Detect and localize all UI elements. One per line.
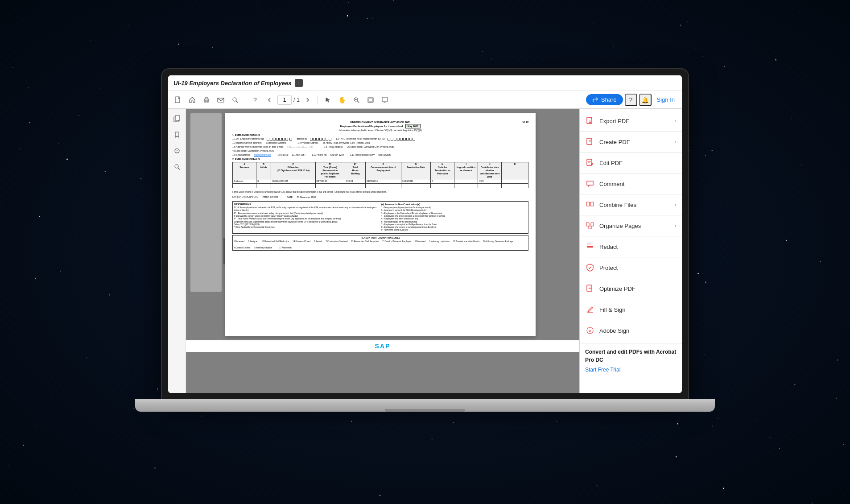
export-pdf-icon bbox=[585, 116, 595, 126]
next-page-button[interactable] bbox=[301, 94, 314, 106]
address-value-row: 46 Long Road, Garsfontein, Pretoria, 004… bbox=[232, 149, 528, 153]
sidebar-annotation-icon[interactable] bbox=[171, 145, 183, 157]
help-prev-button[interactable]: ? bbox=[249, 94, 261, 106]
employer-section-title: 1. EMPLOYER DETAILS bbox=[232, 134, 528, 137]
notifications-button[interactable]: 🔔 bbox=[639, 94, 652, 106]
sig-date-row: EMPLOYER SIGNATURE Mike Dyson DATE 20 No… bbox=[232, 195, 528, 199]
page-navigation: / 1 bbox=[263, 94, 314, 106]
panel-item-fill-sign[interactable]: Fill & Sign bbox=[580, 301, 682, 318]
toolbar-sep-2 bbox=[318, 95, 318, 104]
share-label: Share bbox=[601, 96, 617, 103]
trading-physical-row: 1.3 Trading name of business Cyberdyne S… bbox=[232, 141, 528, 145]
svg-point-20 bbox=[175, 165, 178, 168]
svg-point-4 bbox=[233, 98, 236, 101]
pdf-info-text: Information to be supplied in terms of S… bbox=[232, 129, 528, 132]
laptop-container: UI-19 Employers Declaration of Employees… bbox=[157, 69, 693, 435]
svg-rect-2 bbox=[205, 100, 208, 102]
page-number-input[interactable] bbox=[277, 95, 292, 105]
panel-item-export-pdf[interactable]: Export PDF › bbox=[580, 112, 682, 129]
svg-rect-24 bbox=[587, 138, 592, 145]
redact-icon bbox=[585, 242, 595, 252]
sap-logo-area: SAP bbox=[186, 340, 579, 352]
panel-item-redact[interactable]: Redact bbox=[580, 238, 682, 255]
help-button[interactable]: ? bbox=[625, 94, 637, 106]
protect-label: Protect bbox=[599, 264, 677, 271]
employee-section-title: 2. EMPLOYEE DETAILS bbox=[232, 158, 528, 161]
print-button[interactable] bbox=[200, 94, 213, 106]
address-postal-row: 1.5 Address where employees listed on It… bbox=[232, 145, 528, 149]
pdf-doc-ref: UI-19 bbox=[523, 120, 528, 124]
reason-codes-box: REASON FOR TERMINATION CODES 1 Deceased … bbox=[232, 235, 528, 251]
fill-sign-icon bbox=[585, 305, 595, 314]
svg-line-21 bbox=[178, 168, 180, 169]
hand-tool-button[interactable]: ✋ bbox=[336, 94, 348, 106]
combine-files-arrow: › bbox=[675, 202, 677, 207]
main-area: ‹ › UI-19 UNEMPLOYMENT INSURANCE ACT 63 … bbox=[168, 109, 682, 393]
prev-page-button[interactable] bbox=[263, 94, 276, 106]
comment-label: Comment bbox=[599, 181, 677, 187]
email-button[interactable] bbox=[215, 94, 227, 106]
start-trial-link[interactable]: Start Free Trial bbox=[585, 367, 620, 373]
signin-button[interactable]: Sign In bbox=[653, 96, 678, 103]
panel-div-11 bbox=[580, 341, 682, 341]
svg-line-5 bbox=[236, 101, 238, 103]
sap-logo: SAP bbox=[375, 343, 391, 350]
svg-rect-0 bbox=[175, 97, 180, 103]
screen: UI-19 Employers Declaration of Employees… bbox=[168, 75, 682, 393]
create-pdf-label: Create PDF bbox=[599, 139, 670, 145]
fit-page-button[interactable] bbox=[364, 94, 377, 106]
panel-div-5 bbox=[580, 215, 682, 215]
right-panel-scroll: Export PDF › Create PDF › bbox=[580, 109, 682, 382]
employer-ref-row: 1.1 UIF Employer Reference No - Branch N… bbox=[232, 137, 528, 140]
panel-item-optimize[interactable]: Optimize PDF bbox=[580, 280, 682, 297]
adobe-sign-label: Adobe Sign bbox=[599, 327, 677, 334]
protect-icon bbox=[585, 263, 595, 273]
create-pdf-icon bbox=[585, 137, 595, 147]
panel-item-comment[interactable]: Comment bbox=[580, 175, 682, 192]
screen-bezel: UI-19 Employers Declaration of Employees… bbox=[162, 69, 688, 399]
adobe-sign-icon: A bbox=[585, 326, 595, 335]
create-pdf-arrow: › bbox=[675, 139, 677, 145]
home-button[interactable] bbox=[186, 94, 198, 106]
svg-rect-36 bbox=[587, 244, 591, 244]
panel-item-organize[interactable]: Organize Pages › bbox=[580, 217, 682, 234]
panel-div-10 bbox=[580, 320, 682, 320]
right-panel: Export PDF › Create PDF › bbox=[579, 109, 682, 393]
employee-table: ASurname BInitials CID Number(13 Digit b… bbox=[232, 162, 528, 188]
toolbar-sep-1 bbox=[245, 95, 245, 104]
svg-rect-33 bbox=[591, 223, 594, 226]
fill-sign-label: Fill & Sign bbox=[599, 306, 677, 313]
signature-section: I, Mike Dyson (Name of Employee), ID No … bbox=[232, 191, 528, 199]
optimize-pdf-label: Optimize PDF bbox=[599, 285, 677, 292]
organize-pages-arrow: › bbox=[675, 223, 677, 228]
presentation-button[interactable] bbox=[379, 94, 391, 106]
panel-item-edit-pdf[interactable]: Edit PDF bbox=[580, 154, 682, 171]
pdf-page: UI-19 UNEMPLOYMENT INSURANCE ACT 63 OF 2… bbox=[225, 113, 536, 336]
toolbar: ? / 1 ✋ bbox=[168, 91, 682, 109]
svg-line-7 bbox=[357, 101, 359, 103]
cursor-tool-button[interactable] bbox=[322, 94, 334, 106]
pdf-month: May 2011 bbox=[405, 124, 421, 128]
left-sidebar bbox=[168, 109, 186, 393]
sidebar-copy-icon[interactable] bbox=[171, 112, 183, 125]
panel-item-combine[interactable]: Combine Files › bbox=[580, 196, 682, 213]
svg-rect-11 bbox=[369, 98, 372, 102]
redact-label: Redact bbox=[599, 244, 677, 250]
combine-files-icon bbox=[585, 200, 595, 210]
search-button[interactable] bbox=[229, 94, 241, 106]
comment-icon bbox=[585, 179, 595, 189]
contact-row: 1.8 Email address info@cyberpro.com 1.9 … bbox=[232, 153, 528, 157]
zoom-button[interactable] bbox=[350, 94, 363, 106]
panel-item-adobe-sign[interactable]: A Adobe Sign bbox=[580, 322, 682, 339]
panel-div-1 bbox=[580, 131, 682, 132]
promo-box: Convert and edit PDFs with Acrobat Pro D… bbox=[580, 343, 682, 378]
share-button[interactable]: Share bbox=[586, 94, 623, 105]
panel-item-create-pdf[interactable]: Create PDF › bbox=[580, 133, 682, 150]
svg-text:A: A bbox=[589, 329, 592, 333]
panel-div-4 bbox=[580, 194, 682, 194]
panel-item-protect[interactable]: Protect bbox=[580, 259, 682, 276]
sidebar-search-icon[interactable] bbox=[171, 161, 183, 173]
sidebar-bookmark-icon[interactable] bbox=[171, 128, 183, 141]
svg-rect-35 bbox=[587, 246, 593, 248]
new-file-button[interactable] bbox=[172, 94, 184, 106]
